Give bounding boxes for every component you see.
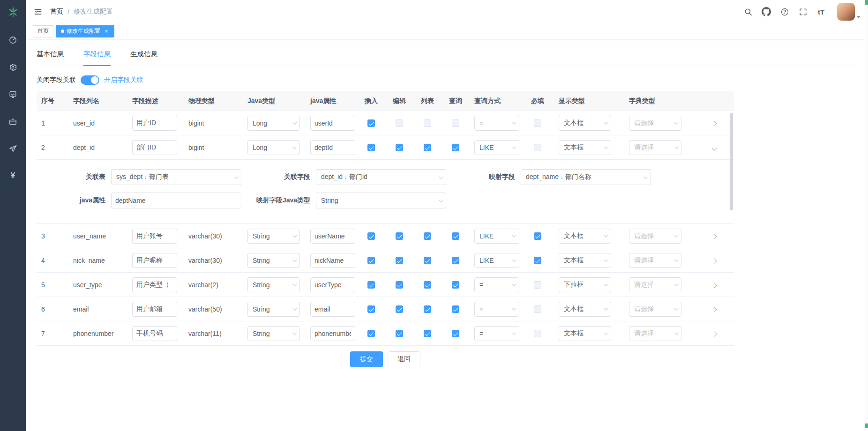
browser-scrollbar[interactable]: [865, 0, 868, 431]
query-type-select[interactable]: =: [474, 326, 519, 341]
description-input[interactable]: [132, 302, 177, 317]
query-checkbox[interactable]: [452, 119, 459, 127]
insert-checkbox[interactable]: [367, 305, 375, 313]
avatar[interactable]: [837, 3, 855, 21]
dict-type-select[interactable]: 请选择: [629, 277, 681, 292]
query-checkbox[interactable]: [452, 232, 459, 240]
description-input[interactable]: [132, 116, 177, 131]
java-field-input[interactable]: [310, 277, 355, 292]
list-checkbox[interactable]: [424, 305, 431, 313]
query-type-select[interactable]: LIKE: [474, 229, 519, 244]
insert-checkbox[interactable]: [367, 144, 375, 151]
display-type-select[interactable]: 文本框: [559, 229, 611, 244]
query-type-select[interactable]: =: [474, 116, 519, 131]
dict-type-select[interactable]: 请选择: [629, 302, 681, 317]
submit-button[interactable]: 提交: [350, 351, 383, 367]
insert-checkbox[interactable]: [367, 257, 375, 264]
sidebar-item-system[interactable]: [0, 53, 26, 81]
description-input[interactable]: [132, 229, 177, 244]
dict-type-select[interactable]: 请选择: [629, 140, 681, 155]
sidebar-item-tool[interactable]: [0, 108, 26, 135]
sidebar-item-deploy[interactable]: [0, 135, 26, 162]
expand-row-icon[interactable]: [711, 307, 717, 312]
github-icon[interactable]: [761, 7, 771, 17]
expand-row-icon[interactable]: [711, 121, 717, 126]
breadcrumb-home-link[interactable]: 首页: [50, 7, 63, 16]
query-checkbox[interactable]: [452, 281, 459, 289]
java-field-input[interactable]: [310, 116, 355, 131]
description-input[interactable]: [132, 140, 177, 155]
display-type-select[interactable]: 下拉框: [559, 277, 611, 292]
sidebar-item-monitor[interactable]: [0, 81, 26, 108]
expand-row-icon[interactable]: [711, 145, 717, 150]
required-checkbox[interactable]: [534, 281, 541, 289]
expand-row-icon[interactable]: [711, 282, 717, 288]
sidebar-item-finance[interactable]: ¥: [0, 162, 26, 189]
display-type-select[interactable]: 文本框: [559, 302, 611, 317]
list-checkbox[interactable]: [424, 144, 431, 151]
required-checkbox[interactable]: [534, 257, 541, 264]
required-checkbox[interactable]: [534, 330, 541, 337]
java-field-name-input[interactable]: [111, 193, 241, 208]
description-input[interactable]: [132, 253, 177, 268]
relation-table-select[interactable]: sys_dept：部门表: [111, 169, 241, 185]
list-checkbox[interactable]: [424, 330, 431, 337]
required-checkbox[interactable]: [534, 144, 541, 151]
edit-checkbox[interactable]: [396, 257, 403, 264]
java-type-select[interactable]: String: [247, 277, 300, 292]
java-field-input[interactable]: [310, 253, 355, 268]
tag-current[interactable]: 修改生成配置 ×: [56, 25, 114, 37]
app-logo[interactable]: [0, 0, 26, 24]
list-checkbox[interactable]: [424, 281, 431, 289]
mapping-field-select[interactable]: dept_name：部门名称: [521, 169, 651, 185]
insert-checkbox[interactable]: [367, 232, 375, 240]
query-checkbox[interactable]: [452, 257, 459, 264]
expand-row-icon[interactable]: [711, 258, 717, 263]
display-type-select[interactable]: 文本框: [559, 116, 611, 131]
display-type-select[interactable]: 文本框: [559, 140, 611, 155]
java-type-select[interactable]: Long: [247, 116, 300, 131]
edit-checkbox[interactable]: [396, 281, 403, 289]
java-type-select[interactable]: String: [247, 302, 300, 317]
query-type-select[interactable]: LIKE: [474, 140, 519, 155]
fullscreen-icon[interactable]: [798, 7, 808, 17]
edit-checkbox[interactable]: [396, 232, 403, 240]
list-checkbox[interactable]: [424, 119, 431, 127]
java-type-select[interactable]: String: [247, 326, 300, 341]
collapse-sidebar-icon[interactable]: [33, 7, 43, 16]
query-checkbox[interactable]: [452, 144, 459, 151]
query-checkbox[interactable]: [452, 330, 459, 337]
java-type-select[interactable]: String: [247, 229, 300, 244]
required-checkbox[interactable]: [534, 119, 541, 127]
java-field-input[interactable]: [310, 302, 355, 317]
back-button[interactable]: 返回: [388, 351, 420, 367]
mapping-java-type-select[interactable]: String: [316, 193, 446, 208]
tab-generate-info[interactable]: 生成信息: [130, 47, 157, 66]
display-type-select[interactable]: 文本框: [559, 253, 611, 268]
table-scrollbar[interactable]: [730, 113, 733, 210]
expand-row-icon[interactable]: [711, 234, 717, 239]
dict-type-select[interactable]: 请选择: [629, 326, 681, 341]
search-icon[interactable]: [743, 7, 753, 17]
query-type-select[interactable]: =: [474, 302, 519, 317]
java-field-input[interactable]: [310, 229, 355, 244]
edit-checkbox[interactable]: [396, 305, 403, 313]
list-checkbox[interactable]: [424, 232, 431, 240]
dict-type-select[interactable]: 请选择: [629, 253, 681, 268]
tag-close-icon[interactable]: ×: [103, 28, 110, 35]
java-type-select[interactable]: Long: [247, 140, 300, 155]
query-type-select[interactable]: =: [474, 277, 519, 292]
java-field-input[interactable]: [310, 140, 355, 155]
list-checkbox[interactable]: [424, 257, 431, 264]
java-type-select[interactable]: String: [247, 253, 300, 268]
tab-field-info[interactable]: 字段信息: [83, 47, 111, 66]
dict-type-select[interactable]: 请选择: [629, 116, 681, 131]
user-menu[interactable]: [837, 3, 861, 21]
help-icon[interactable]: [779, 7, 790, 17]
required-checkbox[interactable]: [534, 305, 541, 313]
insert-checkbox[interactable]: [367, 119, 375, 127]
field-association-toggle[interactable]: [81, 75, 99, 85]
sidebar-item-dashboard[interactable]: [0, 26, 26, 53]
edit-checkbox[interactable]: [396, 144, 403, 151]
display-type-select[interactable]: 文本框: [559, 326, 611, 341]
